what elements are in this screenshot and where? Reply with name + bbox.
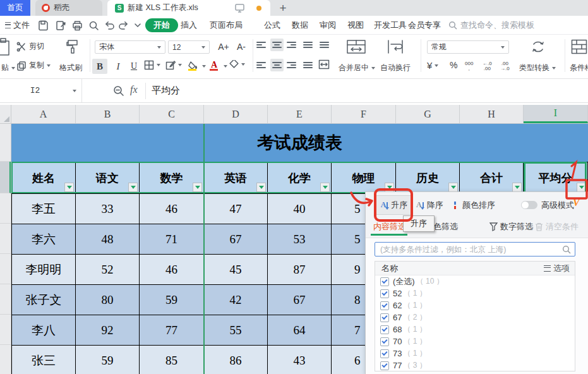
command-search[interactable]: 查找命令、搜索模板 (448, 16, 534, 35)
column-header-e[interactable]: E (268, 105, 332, 123)
bold-button[interactable]: B (92, 59, 107, 74)
score-cell[interactable]: 85 (140, 346, 204, 374)
type-convert-icon[interactable] (529, 39, 547, 57)
fill-color-button[interactable] (187, 59, 198, 71)
fx-icon[interactable]: fx (130, 84, 138, 95)
print-preview-icon[interactable] (87, 19, 100, 32)
menu-tab-9[interactable]: 会员专享 (408, 16, 441, 35)
score-cell[interactable]: 71 (140, 224, 204, 255)
copy-button[interactable]: 复制 (16, 60, 51, 71)
checkbox-checked-icon[interactable] (380, 361, 389, 370)
filter-list-item[interactable]: 62（ 1 ） (375, 299, 575, 311)
student-name-cell[interactable]: 张子文 (11, 285, 76, 315)
score-cell[interactable]: 86 (204, 346, 268, 374)
column-header-c[interactable]: C (140, 105, 204, 123)
column-header-h[interactable]: H (460, 105, 524, 123)
merge-center-button[interactable]: 合并居中 (339, 63, 375, 73)
justify-button[interactable] (303, 61, 313, 69)
score-cell[interactable]: 53 (268, 224, 332, 255)
filter-dropdown-button[interactable] (320, 183, 330, 192)
toolbar-more-icon[interactable] (131, 19, 144, 32)
score-cell[interactable]: 80 (76, 285, 140, 315)
align-bottom-button[interactable] (287, 40, 296, 49)
tab-number-filter[interactable]: 数字筛选 (489, 221, 533, 232)
menu-tab-1[interactable]: 开始 (145, 18, 178, 32)
column-header-b[interactable]: B (76, 105, 140, 123)
filter-dropdown-button[interactable] (512, 183, 522, 192)
decrease-indent-button[interactable] (303, 40, 313, 49)
menu-tab-4[interactable]: 公式 (264, 16, 280, 35)
filter-dropdown-button[interactable] (385, 183, 394, 192)
borders-button[interactable] (144, 60, 160, 70)
menu-tab-8[interactable]: 开发工具 (374, 16, 407, 35)
checkbox-checked-icon[interactable] (380, 277, 389, 286)
checkbox-checked-icon[interactable] (380, 337, 389, 346)
score-cell[interactable]: 67 (268, 285, 332, 315)
row-header-cell[interactable] (0, 254, 11, 284)
sort-ascending-button[interactable]: A 升序 (376, 195, 412, 215)
conditional-format-icon[interactable] (571, 39, 587, 56)
monitor-icon[interactable] (235, 4, 244, 15)
student-name-cell[interactable]: 李八 (11, 315, 76, 346)
score-cell[interactable]: 67 (204, 224, 268, 255)
filter-list-item[interactable]: 70（ 1 ） (375, 335, 575, 347)
filter-list-item[interactable]: 67（ 2 ） (375, 311, 575, 323)
student-name-cell[interactable]: 张三 (11, 346, 76, 374)
menu-tab-3[interactable]: 页面布局 (210, 16, 243, 35)
number-format-select[interactable]: 常规 (427, 40, 509, 54)
score-cell[interactable]: 45 (204, 255, 268, 285)
conditional-format-button[interactable]: 条件格式 (570, 63, 588, 73)
menu-tab-5[interactable]: 数据 (292, 16, 308, 35)
filter-dropdown-button[interactable] (577, 183, 586, 192)
align-middle-button[interactable] (270, 39, 284, 51)
column-header-i[interactable]: I (524, 105, 588, 123)
thousands-separator-button[interactable]: 000 , (465, 61, 473, 71)
row-header-cell[interactable] (0, 162, 11, 193)
save-icon[interactable] (37, 19, 49, 32)
table-title-cell[interactable]: 考试成绩表 (11, 124, 588, 162)
new-tab-button[interactable]: + (275, 1, 291, 16)
score-cell[interactable]: 77 (140, 315, 204, 346)
paste-button[interactable]: 贴 (1, 63, 15, 73)
menu-tab-6[interactable]: 审阅 (320, 16, 336, 35)
clear-filter-button[interactable]: 清空条件 (535, 221, 579, 232)
checkbox-checked-icon[interactable] (380, 325, 389, 334)
filter-list-item[interactable]: (全选)（ 10 ） (375, 275, 575, 287)
filter-list-item[interactable]: 52（ 1 ） (375, 287, 575, 299)
font-name-select[interactable]: 宋体 (95, 40, 165, 54)
score-cell[interactable]: 59 (76, 346, 140, 374)
filter-list-item[interactable]: 68（ 1 ） (375, 323, 575, 335)
tab-content-filter[interactable]: 内容筛选 (373, 221, 406, 232)
formula-input[interactable]: 平均分 (152, 79, 180, 102)
checkbox-checked-icon[interactable] (380, 313, 389, 322)
score-cell[interactable]: 42 (204, 285, 268, 315)
filter-dropdown-button[interactable] (128, 183, 138, 192)
merge-center-icon[interactable] (346, 39, 366, 56)
align-left-button[interactable] (256, 61, 266, 69)
wrap-text-icon[interactable] (387, 39, 404, 56)
filter-search-box[interactable] (375, 242, 575, 256)
redo-icon[interactable] (117, 19, 130, 32)
tab-home[interactable]: 首页 (0, 0, 30, 16)
filter-dropdown-button[interactable] (448, 183, 458, 192)
score-cell[interactable]: 48 (76, 224, 140, 255)
font-size-select[interactable]: 12 (168, 40, 210, 54)
chevron-down-icon[interactable] (202, 65, 206, 68)
score-cell[interactable]: 47 (204, 194, 268, 224)
export-icon[interactable] (54, 19, 67, 32)
filter-list-item[interactable]: 77（ 3 ） (375, 359, 575, 371)
filter-search-input[interactable] (375, 243, 575, 256)
score-cell[interactable]: 52 (76, 255, 140, 285)
draw-border-button[interactable] (165, 60, 182, 70)
row-header-cell[interactable] (0, 284, 11, 315)
advanced-mode-toggle[interactable] (521, 201, 537, 209)
checkbox-checked-icon[interactable] (380, 349, 389, 358)
score-cell[interactable]: 33 (76, 194, 140, 224)
tab-document[interactable]: S 新建 XLS 工作表.xls (107, 0, 270, 16)
decrease-decimal-button[interactable]: .00 →.0 (500, 61, 510, 71)
score-cell[interactable]: 46 (140, 194, 204, 224)
color-sort-button[interactable]: 颜色排序 (454, 195, 495, 215)
eraser-button[interactable] (229, 60, 245, 69)
type-convert-button[interactable]: 类型转换 (519, 63, 556, 73)
score-cell[interactable]: 40 (268, 194, 332, 224)
